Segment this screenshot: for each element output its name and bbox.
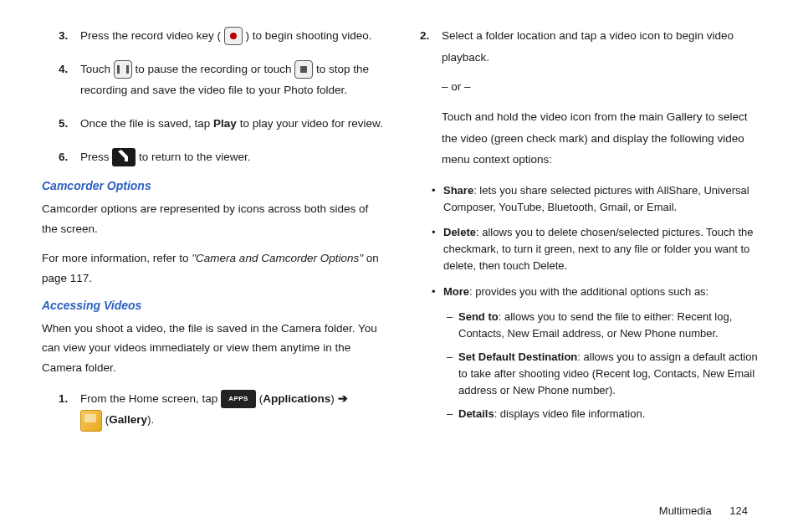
bullet-more: • More: provides you with the additional… <box>420 284 765 300</box>
text: Select a folder location and tap a video… <box>442 25 765 68</box>
gallery-label: Gallery <box>109 413 147 426</box>
step-body: Touch to pause the recording or touch to… <box>80 59 386 101</box>
dash-glyph: – <box>447 349 458 399</box>
apps-icon-text: APPS <box>228 392 248 405</box>
step-body: Press to return to the viewer. <box>80 146 386 168</box>
bullet-glyph: • <box>432 284 443 300</box>
heading-camcorder-options: Camcorder Options <box>42 179 386 192</box>
pause-icon <box>114 60 132 79</box>
text: Press the record video key ( <box>80 29 221 42</box>
text: : lets you share selected pictures with … <box>443 184 749 213</box>
paragraph-reference: For more information, refer to "Camera a… <box>42 248 386 288</box>
apps-icon: APPS <box>221 390 256 408</box>
bullet-body: Send to: allows you to send the file to … <box>458 309 765 342</box>
applications-label: Applications <box>263 392 330 405</box>
bullet-glyph: • <box>432 224 443 274</box>
text: Touch and hold the video icon from the m… <box>442 106 765 171</box>
sub-bullet-sendto: – Send to: allows you to send the file t… <box>420 309 765 342</box>
back-arrow-icon <box>112 148 136 166</box>
text: Touch <box>80 63 114 75</box>
text: Press <box>80 151 112 163</box>
delete-label: Delete <box>443 226 476 238</box>
text: From the Home screen, tap <box>80 392 221 405</box>
text: Once the file is saved, tap <box>80 117 213 130</box>
step-1: 1. From the Home screen, tap APPS (Appli… <box>42 388 386 432</box>
gallery-icon <box>80 410 102 432</box>
play-label: Play <box>213 117 237 130</box>
setdefault-label: Set Default Destination <box>458 350 577 363</box>
more-label: More <box>443 285 469 298</box>
dash-glyph: – <box>447 406 458 422</box>
bullet-body: Set Default Destination: allows you to a… <box>458 349 765 399</box>
details-label: Details <box>458 407 494 420</box>
page-number: 124 <box>729 504 748 517</box>
reference-title: "Camera and Camcorder Options" <box>192 252 363 264</box>
step-body: Once the file is saved, tap Play to play… <box>80 113 386 135</box>
bullet-body: Details: displays video file information… <box>458 406 645 422</box>
text: : allows you to send the file to either:… <box>458 310 732 340</box>
step-5: 5. Once the file is saved, tap Play to p… <box>42 113 386 135</box>
bullet-body: More: provides you with the additional o… <box>443 284 708 300</box>
share-label: Share <box>443 184 473 197</box>
paragraph: When you shoot a video, the file is save… <box>42 319 386 378</box>
bullet-body: Delete: allows you to delete chosen/sele… <box>443 224 765 274</box>
bullet-delete: • Delete: allows you to delete chosen/se… <box>420 224 765 274</box>
step-body: Press the record video key ( ) to begin … <box>80 25 386 47</box>
text: ) to begin shooting video. <box>246 29 372 42</box>
right-column: 2. Select a folder location and tap a vi… <box>420 25 765 443</box>
text: ) <box>330 392 337 405</box>
sub-bullet-setdefault: – Set Default Destination: allows you to… <box>420 349 765 399</box>
step-number: 6. <box>59 146 80 168</box>
dash-glyph: – <box>447 309 458 342</box>
step-number: 3. <box>59 25 80 47</box>
text: : displays video file information. <box>494 407 646 420</box>
heading-accessing-videos: Accessing Videos <box>42 299 386 312</box>
page-footer: Multimedia 124 <box>659 504 748 517</box>
step-body: Select a folder location and tap a video… <box>442 25 765 171</box>
bullet-glyph: • <box>432 182 443 216</box>
text: : allows you to delete chosen/selected p… <box>443 226 754 272</box>
text: to return to the viewer. <box>139 151 251 163</box>
step-number: 5. <box>59 113 80 135</box>
text: to pause the recording or touch <box>136 63 295 75</box>
or-divider: – or – <box>442 76 765 98</box>
step-number: 4. <box>59 59 80 101</box>
step-3: 3. Press the record video key ( ) to beg… <box>42 25 386 47</box>
step-number: 2. <box>420 25 442 171</box>
record-icon <box>224 27 243 45</box>
arrow-icon: ➔ <box>338 392 348 405</box>
text: ). <box>147 413 154 426</box>
step-number: 1. <box>59 388 80 432</box>
step-2: 2. Select a folder location and tap a vi… <box>420 25 765 171</box>
step-body: From the Home screen, tap APPS (Applicat… <box>80 388 386 432</box>
text: For more information, refer to <box>42 252 192 264</box>
step-6: 6. Press to return to the viewer. <box>42 146 386 168</box>
stop-icon <box>294 60 313 79</box>
sendto-label: Send to <box>458 310 499 323</box>
bullet-share: • Share: lets you share selected picture… <box>420 182 765 216</box>
footer-section: Multimedia <box>659 504 712 517</box>
left-column: 3. Press the record video key ( ) to beg… <box>42 25 386 443</box>
text: to play your video for review. <box>240 117 383 130</box>
step-4: 4. Touch to pause the recording or touch… <box>42 59 386 101</box>
sub-bullet-details: – Details: displays video file informati… <box>420 406 765 422</box>
bullet-body: Share: lets you share selected pictures … <box>443 182 765 216</box>
content-columns: 3. Press the record video key ( ) to beg… <box>42 25 765 443</box>
text: : provides you with the additional optio… <box>469 285 708 298</box>
paragraph: Camcorder options are represented by ico… <box>42 199 386 238</box>
